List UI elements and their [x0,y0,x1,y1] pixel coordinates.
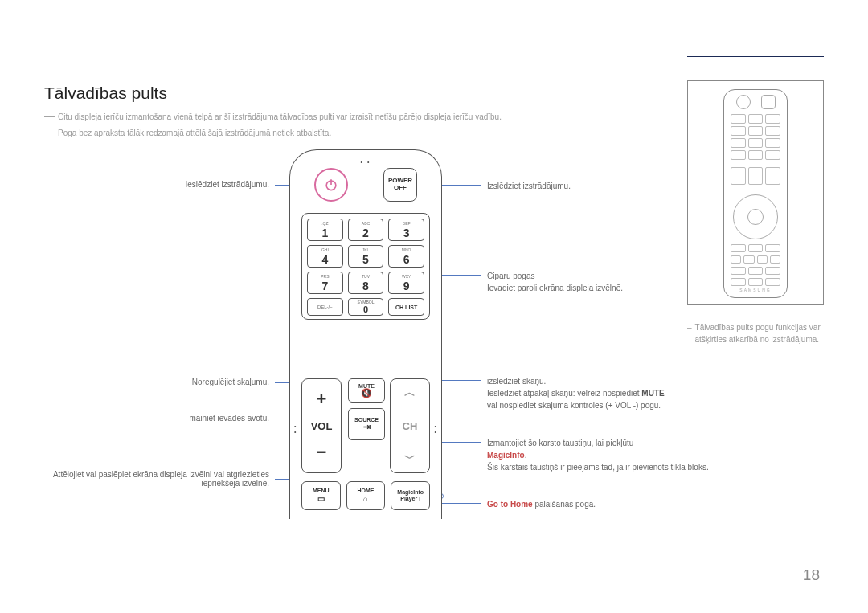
key-8: TUV8 [348,272,384,294]
bottom-row: MENU ▭ HOME ⌂ MagicInfo Player I [301,481,430,510]
key-7: PRS7 [307,272,343,294]
note-2: Poga bez apraksta tālāk redzamajā attēlā… [58,127,331,140]
home-red: Go to Home [487,500,533,509]
number-pad: .QZ1 ABC2 DEF3 GHI4 JKL5 MNO6 PRS7 TUV8 … [301,213,430,320]
magicinfo-button: MagicInfo Player I [391,481,430,510]
mute-icon: 🔇 [361,389,372,398]
header-rule [687,56,824,57]
mini-remote: SAMSUNG [723,89,788,298]
power-icon [323,177,339,193]
mid-column: MUTE 🔇 SOURCE ⇥ [348,378,385,446]
key-2: ABC2 [348,219,384,241]
power-on-button [314,168,348,202]
key-chlist: CH LIST [388,298,424,316]
home-post: palaišanas poga. [533,500,596,509]
channel-rocker: ︿ CH ﹀ [390,378,430,473]
mini-remote-frame: SAMSUNG [687,80,824,305]
key-del: DEL-/− [307,298,343,316]
label-magicinfo: Izmantojiet šo karsto taustiņu, lai piek… [487,437,720,473]
remote-diagram: • • POWER OFF .QZ1 ABC2 DEF3 GHI4 JKL5 M… [289,149,442,519]
key-3: DEF3 [388,219,424,241]
ch-label: CH [403,420,418,432]
label-volume: Noregulējiet skaļumu. [44,378,269,386]
label-power-off: Izslēdziet izstrādājumu. [487,180,696,192]
source-button: SOURCE ⇥ [348,408,385,440]
mini-dpad [733,194,778,239]
mute-bold: MUTE [641,389,664,398]
label-home: Go to Home palaišanas poga. [487,498,696,510]
mini-numpad [731,114,780,160]
mute-c: vai nospiediet skaļuma kontroles (+ VOL … [487,401,661,410]
key-1: .QZ1 [307,219,343,241]
plus-icon: + [317,389,327,410]
label-digits: Ciparu pogas Ievadiet paroli ekrāna disp… [487,270,696,294]
side-note: –Tālvadības pults pogu funkcijas var atš… [687,321,824,345]
magic-b: Šis karstais taustiņš ir pieejams tad, j… [487,463,709,472]
key-6: MNO6 [388,245,424,268]
home-button: HOME ⌂ [346,481,386,510]
chevron-down-icon: ﹀ [404,452,416,466]
menu-icon: ▭ [317,494,325,504]
magic-link: MagicInfo [487,451,525,460]
key-9: WXY9 [388,272,424,294]
source-icon: ⇥ [363,423,371,431]
menu-button: MENU ▭ [301,481,341,510]
mini-brand: SAMSUNG [724,288,787,292]
digits-a: Ciparu pogas [487,272,534,280]
chevron-up-icon: ︿ [404,386,416,400]
label-power-on: Ieslēdziet izstrādājumu. [44,180,269,189]
page-number: 18 [803,566,820,584]
key-0: SYMBOL0 [348,298,384,316]
ir-dots: • • [361,159,371,165]
mute-b-pre: Ieslēdziet atpakaļ skaņu: vēlreiz nospie… [487,389,641,398]
vol-label: VOL [311,420,333,432]
mini-power [736,95,751,109]
magic-a: Izmantojiet šo karsto taustiņu, lai piek… [487,439,633,447]
power-off-button: POWER OFF [383,168,417,202]
page-title: Tālvadības pults [44,84,167,103]
minus-icon: − [317,442,327,463]
digits-b: Ievadiet paroli ekrāna displeja izvēlnē. [487,284,623,292]
top-notes: ―Citu displeja ierīču izmantošana vienā … [44,111,502,143]
mini-poweroff [761,95,776,109]
power-off-b: OFF [394,185,407,192]
label-source: mainiet ievades avotu. [44,414,269,423]
label-mute: izslēdziet skaņu. Ieslēdziet atpakaļ ska… [487,375,728,411]
key-5: JKL5 [348,245,384,268]
grip-dots: •• [435,423,437,435]
leader [440,442,481,443]
key-4: GHI4 [307,245,343,268]
note-1: Citu displeja ierīču izmantošana vienā t… [58,111,502,124]
home-icon: ⌂ [363,494,368,504]
mute-button: MUTE 🔇 [348,378,385,403]
volume-rocker: + VOL − [301,378,342,473]
magic-dot: . [525,451,527,460]
mute-a: izslēdziet skaņu. [487,377,546,386]
label-menu: Attēlojiet vai paslēpiet ekrāna displeja… [44,470,269,488]
grip-dots: •• [294,423,297,435]
